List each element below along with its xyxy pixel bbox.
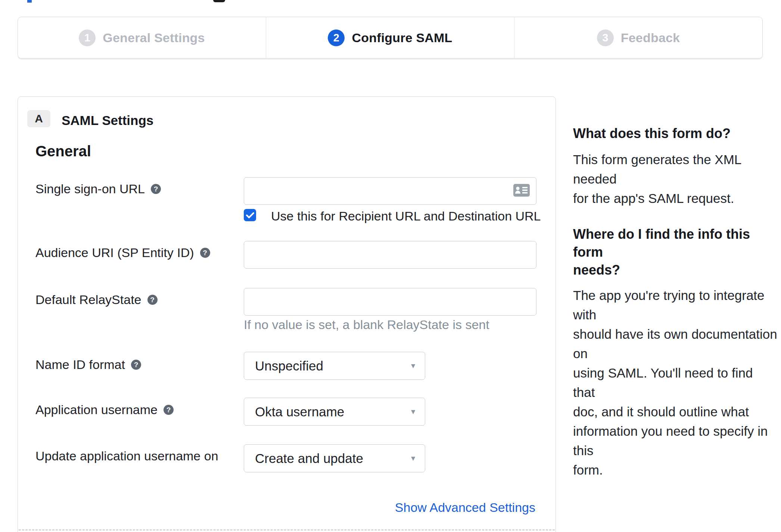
help-sidebar: What does this form do? This form genera… [573, 125, 778, 480]
step-configure-saml[interactable]: 2 Configure SAML [266, 17, 514, 58]
clipped-logo-fragment [27, 0, 32, 3]
recipient-url-checkbox-label[interactable]: Use this for Recipient URL and Destinati… [271, 209, 541, 223]
general-section-heading: General [35, 143, 91, 160]
help-icon[interactable]: ? [147, 295, 158, 305]
step-number-badge: 1 [79, 29, 96, 46]
step-feedback[interactable]: 3 Feedback [514, 17, 762, 58]
saml-settings-panel: A SAML Settings General Single sign-on U… [18, 96, 556, 532]
relaystate-label-row: Default RelayState ? [35, 292, 158, 307]
dashed-section-divider [19, 529, 555, 531]
relaystate-hint: If no value is set, a blank RelayState i… [244, 317, 489, 332]
sso-url-input[interactable] [244, 177, 536, 205]
page: 1 General Settings 2 Configure SAML 3 Fe… [0, 0, 781, 532]
sidebar-question-2: Where do I find the info this form needs… [573, 225, 778, 279]
relaystate-input[interactable] [244, 288, 536, 316]
wizard-stepper: 1 General Settings 2 Configure SAML 3 Fe… [18, 17, 763, 59]
recipient-url-checkbox[interactable] [244, 209, 256, 221]
help-icon[interactable]: ? [164, 405, 174, 415]
help-icon[interactable]: ? [131, 360, 141, 370]
show-advanced-settings-link[interactable]: Show Advanced Settings [395, 500, 535, 515]
app-username-label-row: Application username ? [35, 403, 174, 417]
step-label: General Settings [103, 31, 205, 45]
chevron-down-icon: ▼ [410, 362, 417, 370]
step-label: Configure SAML [352, 31, 452, 45]
sidebar-answer-1: This form generates the XML needed for t… [573, 150, 778, 208]
nameid-format-label-row: Name ID format ? [35, 357, 141, 372]
help-icon[interactable]: ? [151, 184, 161, 194]
update-username-label-row: Update application username on [35, 449, 218, 463]
step-number-badge: 3 [597, 29, 614, 46]
sidebar-answer-2: The app you're trying to integrate with … [573, 286, 778, 480]
audience-uri-label-row: Audience URI (SP Entity ID) ? [35, 245, 210, 260]
checkmark-icon [246, 212, 254, 219]
audience-uri-label: Audience URI (SP Entity ID) [35, 245, 194, 260]
nameid-format-select[interactable]: Unspecified ▼ [244, 352, 425, 380]
step-general-settings[interactable]: 1 General Settings [18, 17, 266, 58]
sso-url-label-row: Single sign-on URL ? [35, 182, 161, 196]
chevron-down-icon: ▼ [410, 408, 417, 416]
update-username-select[interactable]: Create and update ▼ [244, 444, 425, 472]
help-icon[interactable]: ? [200, 248, 210, 258]
section-a-badge: A [27, 110, 50, 127]
clipped-icon-fragment [213, 0, 225, 2]
nameid-format-label: Name ID format [35, 357, 125, 372]
app-username-select[interactable]: Okta username ▼ [244, 398, 425, 426]
chevron-down-icon: ▼ [410, 454, 417, 463]
app-username-label: Application username [35, 403, 158, 417]
update-username-label: Update application username on [35, 449, 218, 463]
sidebar-question-1: What does this form do? [573, 125, 778, 142]
step-label: Feedback [621, 31, 680, 45]
update-username-value: Create and update [255, 451, 363, 466]
step-number-badge: 2 [328, 29, 345, 46]
app-username-value: Okta username [255, 404, 344, 419]
relaystate-label: Default RelayState [35, 292, 141, 307]
nameid-format-value: Unspecified [255, 359, 323, 373]
sso-url-input-wrap [244, 177, 536, 205]
panel-title: SAML Settings [62, 113, 153, 128]
sso-url-label: Single sign-on URL [35, 182, 145, 196]
audience-uri-input[interactable] [244, 241, 536, 269]
